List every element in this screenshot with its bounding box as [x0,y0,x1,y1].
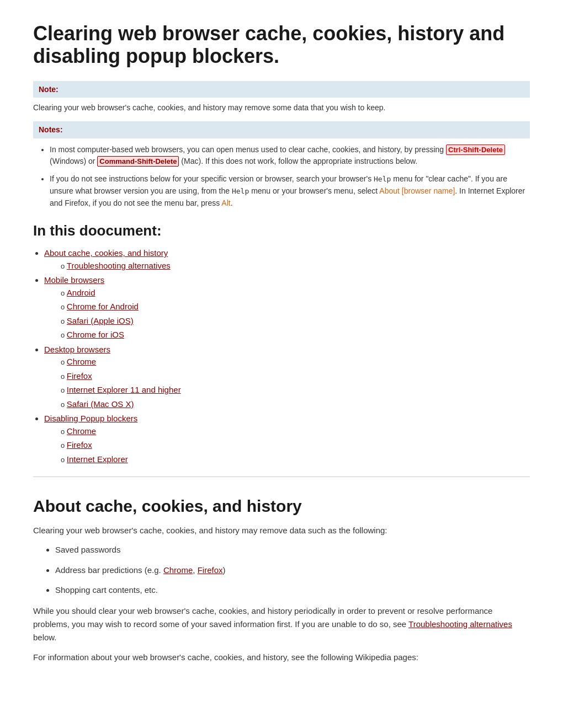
toc-link-troubleshooting[interactable]: Troubleshooting alternatives [67,261,171,270]
intro-bullet-2: If you do not see instructions below for… [50,173,530,209]
toc-link-popup[interactable]: Disabling Popup blockers [44,414,137,423]
intro-bullet-1: In most computer-based web browsers, you… [50,144,530,168]
toc-list: About cache, cookies, and history Troubl… [44,247,530,465]
bullet-saved-passwords: Saved passwords [55,545,120,554]
toc-sub-3: Chrome Firefox Internet Explorer [61,425,530,466]
bullet-shopping-cart: Shopping cart contents, etc. [55,585,158,595]
about-bullets: Saved passwords Address bar predictions … [55,544,530,597]
toc-sub-item-popup-ie: Internet Explorer [61,453,530,466]
toc-sub-item-safari-mac: Safari (Mac OS X) [61,398,530,411]
toc-sub-0: Troubleshooting alternatives [61,260,530,272]
about-bullet-1: Saved passwords [55,544,530,556]
notes-box: Notes: [33,121,530,138]
toc-sub-1: Android Chrome for Android Safari (Apple… [61,287,530,341]
toc-link-chrome-ios[interactable]: Chrome for iOS [67,330,124,339]
toc-sub-item-popup-firefox: Firefox [61,439,530,452]
troubleshooting-link-inline[interactable]: Troubleshooting alternatives [408,619,512,629]
toc-link-popup-firefox[interactable]: Firefox [67,440,92,449]
note-text: Clearing your web browser's cache, cooki… [33,100,530,116]
toc-sub-2: Chrome Firefox Internet Explorer 11 and … [61,356,530,410]
note-box: Note: [33,81,530,98]
toc-link-android[interactable]: Android [67,288,95,297]
toc-sub-item-chrome: Chrome [61,356,530,368]
toc-sub-item-ie11: Internet Explorer 11 and higher [61,384,530,397]
toc-link-mobile[interactable]: Mobile browsers [44,275,104,285]
chrome-link-predictions[interactable]: Chrome [163,565,193,575]
bullet1-text-end: (Mac). If this does not work, follow the… [179,157,417,165]
note-label: Note: [39,85,59,94]
about-title: About cache, cookies, and history [33,494,530,518]
toc-link-safari-mac[interactable]: Safari (Mac OS X) [67,399,134,409]
toc-sub-item-troubleshooting: Troubleshooting alternatives [61,260,530,272]
toc-item-0: About cache, cookies, and history Troubl… [44,247,530,272]
toc-link-desktop[interactable]: Desktop browsers [44,345,110,354]
toc-sub-item-android: Android [61,287,530,299]
about-bullet-2: Address bar predictions (e.g. Chrome, Fi… [55,564,530,577]
toc-link-ie11[interactable]: Internet Explorer 11 and higher [67,385,181,394]
toc-link-chrome-android[interactable]: Chrome for Android [67,302,139,311]
cmd-shortcut: Command-Shift-Delete [97,156,179,167]
ctrl-shortcut: Ctrl-Shift-Delete [446,144,505,155]
about-intro: Clearing your web browser's cache, cooki… [33,524,530,537]
bullet-address-bar: Address bar predictions (e.g. Chrome, Fi… [55,565,225,575]
bullet2-text: If you do not see instructions below for… [50,174,525,207]
toc-sub-item-chrome-android: Chrome for Android [61,301,530,313]
toc-sub-item-chrome-ios: Chrome for iOS [61,329,530,341]
toc-sub-item-firefox: Firefox [61,370,530,383]
bullet1-text-mid: (Windows) or [50,157,97,165]
divider [33,477,530,477]
toc-link-popup-chrome[interactable]: Chrome [67,426,96,436]
toc-item-1: Mobile browsers Android Chrome for Andro… [44,274,530,341]
toc-link-safari-ios[interactable]: Safari (Apple iOS) [67,316,134,325]
toc-item-2: Desktop browsers Chrome Firefox Internet… [44,344,530,411]
about-para2: For information about your web browser's… [33,651,530,664]
toc-sub-item-popup-chrome: Chrome [61,425,530,438]
toc-sub-item-safari-ios: Safari (Apple iOS) [61,315,530,328]
toc-item-3: Disabling Popup blockers Chrome Firefox … [44,413,530,465]
about-bullet-3: Shopping cart contents, etc. [55,584,530,597]
toc-link-about[interactable]: About cache, cookies, and history [44,248,168,258]
toc-title: In this doocument: [33,220,530,242]
bullet1-text-part1: In most computer-based web browsers, you… [50,145,446,154]
toc-link-firefox[interactable]: Firefox [67,371,92,381]
toc-link-popup-ie[interactable]: Internet Explorer [67,454,128,464]
notes-label: Notes: [39,125,63,134]
intro-bullet-list: In most computer-based web browsers, you… [50,144,530,209]
main-title: Clearing web browser cache, cookies, his… [33,22,530,68]
toc-link-chrome[interactable]: Chrome [67,357,96,366]
firefox-link-predictions[interactable]: Firefox [198,565,223,575]
about-para1: While you should clear your web browser'… [33,604,530,644]
